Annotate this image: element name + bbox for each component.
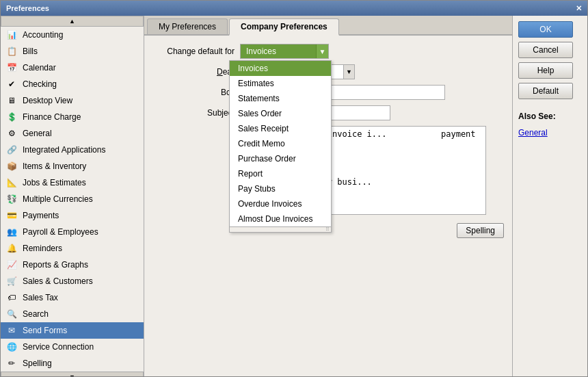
sidebar-item-label: Checking (23, 79, 57, 89)
sidebar-item-label: Bills (23, 47, 38, 56)
sidebar: ▲ 📊 Accounting 📋 Bills 📅 Calendar ✔ Chec… (1, 16, 144, 376)
dropdown-item-credit-memo[interactable]: Credit Memo (230, 136, 331, 151)
dialog-body: ▲ 📊 Accounting 📋 Bills 📅 Calendar ✔ Chec… (1, 16, 587, 376)
sidebar-item-desktop-view[interactable]: 🖥 Desktop View (1, 92, 144, 109)
sidebar-item-label: Items & Inventory (23, 161, 86, 171)
sidebar-item-finance-charge[interactable]: 💲 Finance Charge (1, 109, 144, 125)
sidebar-scroll-down[interactable]: ▼ (1, 372, 144, 376)
title-bar-text: Preferences (6, 4, 49, 12)
sidebar-item-label: Finance Charge (23, 112, 81, 122)
default-button[interactable]: Default (518, 83, 573, 99)
sidebar-item-jobs---estimates[interactable]: 📐 Jobs & Estimates (1, 174, 144, 191)
dropdown-item-overdue-invoices[interactable]: Overdue Invoices (230, 196, 331, 211)
sidebar-item-label: Multiple Currencies (23, 194, 93, 204)
sidebar-item-search[interactable]: 🔍 Search (1, 306, 144, 322)
sidebar-item-label: Jobs & Estimates (23, 178, 86, 187)
dropdown-selected-text: Invoices (241, 44, 316, 58)
sidebar-icon: 🔔 (5, 242, 18, 255)
sidebar-item-send-forms[interactable]: ✉ Send Forms (1, 322, 144, 339)
sidebar-item-reminders[interactable]: 🔔 Reminders (1, 240, 144, 257)
also-see-general-link[interactable]: General (518, 128, 582, 138)
also-see-label: Also See: (518, 112, 582, 121)
sidebar-item-label: Payroll & Employees (23, 227, 98, 237)
change-default-row: Change default for Invoices ▼ (152, 44, 504, 59)
sidebar-item-label: Calendar (23, 63, 56, 73)
sidebar-item-integrated-applications[interactable]: 🔗 Integrated Applications (1, 142, 144, 158)
sidebar-item-payroll---employees[interactable]: 👥 Payroll & Employees (1, 224, 144, 240)
sidebar-item-service-connection[interactable]: 🌐 Service Connection (1, 339, 144, 355)
sidebar-icon: 🔍 (5, 308, 18, 320)
dropdown-item-sales-order[interactable]: Sales Order (230, 106, 331, 121)
sidebar-item-label: Sales Tax (23, 293, 58, 302)
ok-button[interactable]: OK (518, 21, 573, 38)
sidebar-item-sales---customers[interactable]: 🛒 Sales & Customers (1, 273, 144, 289)
sidebar-item-label: Integrated Applications (23, 145, 105, 155)
sidebar-item-payments[interactable]: 💳 Payments (1, 207, 144, 224)
sidebar-icon: 🌐 (5, 341, 18, 353)
sidebar-item-spelling[interactable]: ✏ Spelling (1, 355, 144, 372)
sidebar-icon: 🖥 (5, 94, 18, 107)
cancel-button[interactable]: Cancel (518, 42, 573, 58)
sidebar-item-multiple-currencies[interactable]: 💱 Multiple Currencies (1, 191, 144, 207)
sidebar-item-label: Send Forms (23, 326, 67, 335)
sidebar-item-calendar[interactable]: 📅 Calendar (1, 60, 144, 76)
dropdown-item-almost-due-invoices[interactable]: Almost Due Invoices (230, 211, 331, 226)
tab-my-preferences[interactable]: My Preferences (147, 18, 228, 34)
sidebar-item-sales-tax[interactable]: 🏷 Sales Tax (1, 289, 144, 306)
right-panel: OK Cancel Help Default Also See: General (512, 16, 587, 376)
dropdown-item-purchase-order[interactable]: Purchase Order (230, 151, 331, 166)
sidebar-item-label: Reports & Graphs (23, 260, 88, 270)
sidebar-item-label: Search (23, 309, 49, 319)
dropdown-arrow-icon[interactable]: ▼ (316, 44, 328, 58)
close-button[interactable]: ✕ (576, 4, 582, 13)
sidebar-icon: 🛒 (5, 275, 18, 287)
sidebar-item-label: Sales & Customers (23, 276, 93, 286)
sidebar-item-checking[interactable]: ✔ Checking (1, 76, 144, 92)
change-default-dropdown[interactable]: Invoices ▼ (240, 44, 329, 59)
sidebar-item-label: Reminders (23, 244, 62, 253)
dropdown-item-report[interactable]: Report (230, 166, 331, 181)
sidebar-icon: 🔗 (5, 144, 18, 156)
sidebar-item-general[interactable]: ⚙ General (1, 125, 144, 142)
tabs-bar: My Preferences Company Preferences (144, 16, 512, 36)
sidebar-icon: ✔ (5, 78, 18, 90)
sidebar-item-label: Payments (23, 211, 59, 220)
sidebar-icon: ⚙ (5, 127, 18, 140)
dropdown-item-statements[interactable]: Statements (230, 91, 331, 106)
dropdown-item-pay-stubs[interactable]: Pay Stubs (230, 181, 331, 196)
sidebar-icon: 📋 (5, 45, 18, 57)
dear-label: Dear (152, 67, 235, 77)
dropdown-resize-handle[interactable]: ⠿ (230, 226, 331, 232)
dropdown-item-estimates[interactable]: Estimates (230, 76, 331, 91)
sidebar-item-label: Accounting (23, 30, 63, 40)
sidebar-item-bills[interactable]: 📋 Bills (1, 43, 144, 60)
dear-dropdown-arrow[interactable]: ▼ (343, 65, 354, 79)
tab-company-preferences[interactable]: Company Preferences (229, 18, 339, 36)
sidebar-icon: 💱 (5, 193, 18, 205)
sidebar-item-reports---graphs[interactable]: 📈 Reports & Graphs (1, 257, 144, 273)
sidebar-item-label: Service Connection (23, 342, 94, 352)
dropdown-item-sales-receipt[interactable]: Sales Receipt (230, 121, 331, 136)
sidebar-item-label: Spelling (23, 359, 52, 368)
tab-content: Change default for Invoices ▼ Dear ▼ (144, 36, 512, 376)
sidebar-icon: ✏ (5, 357, 18, 369)
change-default-label: Change default for (152, 47, 235, 56)
sidebar-icon: 📐 (5, 177, 18, 189)
change-default-dropdown-popup: InvoicesEstimatesStatementsSales OrderSa… (229, 60, 332, 233)
sidebar-item-items---inventory[interactable]: 📦 Items & Inventory (1, 158, 144, 174)
preferences-dialog: Preferences ✕ ▲ 📊 Accounting 📋 Bills 📅 C… (0, 0, 588, 377)
help-button[interactable]: Help (518, 62, 573, 79)
sidebar-icon: 💳 (5, 209, 18, 222)
sidebar-item-label: Desktop View (23, 96, 72, 105)
sidebar-icon: 🏷 (5, 291, 18, 304)
dropdown-item-invoices[interactable]: Invoices (230, 61, 331, 76)
sidebar-icon: 👥 (5, 226, 18, 238)
sidebar-scroll-up[interactable]: ▲ (1, 16, 144, 27)
spelling-button[interactable]: Spelling (457, 223, 504, 238)
sidebar-icon: 📈 (5, 259, 18, 271)
sidebar-icon: 💲 (5, 111, 18, 123)
subject-label: Subject (152, 108, 235, 118)
title-bar: Preferences ✕ (1, 1, 587, 16)
bcc-label: Bcc (152, 88, 235, 97)
sidebar-item-accounting[interactable]: 📊 Accounting (1, 27, 144, 43)
